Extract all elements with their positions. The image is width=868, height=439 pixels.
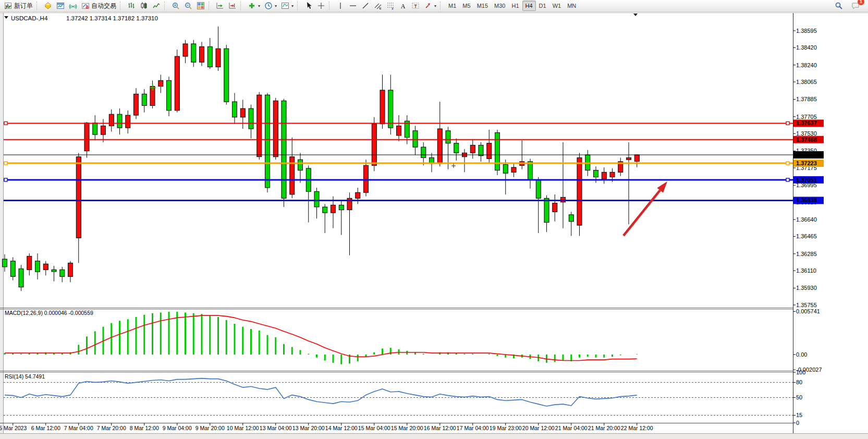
search-icon — [835, 2, 843, 10]
line-chart-icon — [152, 2, 161, 10]
chevron-down-icon: ▾ — [434, 4, 436, 8]
svg-text:1.37310: 1.37310 — [796, 152, 817, 158]
chevron-down-icon: ▾ — [275, 4, 277, 8]
price-label-1-37223: 1.37223 — [793, 160, 824, 167]
toolbar-separator — [329, 2, 333, 10]
timeframe-d1-button[interactable]: D1 — [536, 1, 549, 11]
chart-window-icon — [56, 2, 65, 10]
crosshair-button[interactable] — [315, 0, 327, 11]
bars-icon — [127, 2, 136, 10]
chart-shift-icon — [228, 2, 237, 10]
candle-chart-button[interactable] — [138, 0, 150, 11]
indicators-button[interactable]: ▾ — [246, 0, 262, 11]
svg-text:8 Mar 12:00: 8 Mar 12:00 — [130, 425, 159, 431]
svg-text:5 Mar 2023: 5 Mar 2023 — [0, 425, 27, 431]
signals-button[interactable] — [67, 0, 79, 11]
timeframe-m1-button[interactable]: M1 — [445, 1, 459, 11]
periods-button[interactable]: ▾ — [262, 0, 279, 11]
symbol-ohlc-values: 1.37242 1.37314 1.37182 1.37310 — [66, 15, 158, 21]
svg-text:1.36465: 1.36465 — [796, 233, 817, 239]
svg-text:9 Mar 20:00: 9 Mar 20:00 — [195, 425, 225, 431]
toolbar-button-label: 自动交易 — [91, 2, 116, 10]
svg-text:13 Mar 04:00: 13 Mar 04:00 — [260, 425, 292, 431]
auto-trading-button[interactable]: 自动交易 — [79, 0, 118, 11]
cursor-button[interactable] — [302, 0, 315, 11]
fibonacci-icon: F — [386, 2, 395, 10]
trendline-button[interactable] — [359, 0, 372, 11]
chart-window[interactable]: 1.385951.384201.382401.380651.378851.377… — [0, 0, 868, 439]
svg-text:1.36110: 1.36110 — [796, 267, 816, 274]
svg-text:1.37223: 1.37223 — [796, 160, 817, 166]
svg-text:T: T — [414, 4, 417, 9]
svg-text:100: 100 — [796, 369, 805, 375]
toolbar-separator — [120, 2, 124, 10]
chart-shift-button[interactable] — [226, 0, 239, 11]
text-icon: A — [399, 2, 407, 10]
rsi-indicator-label: RSI(14) 54.7491 — [5, 373, 45, 380]
candles-icon — [140, 2, 148, 10]
arrows-button[interactable]: ▾ — [422, 0, 438, 11]
tile-windows-icon — [197, 2, 205, 10]
market-watch-button[interactable] — [54, 0, 67, 11]
svg-text:1.37885: 1.37885 — [796, 96, 817, 102]
line-chart-button[interactable] — [150, 0, 163, 11]
svg-text:1.35930: 1.35930 — [796, 285, 817, 291]
timeframe-h4-button[interactable]: H4 — [522, 1, 536, 11]
timeframe-mn-button[interactable]: MN — [564, 1, 579, 11]
svg-text:80: 80 — [796, 379, 802, 385]
gold-button[interactable] — [42, 0, 54, 11]
svg-text:1.38595: 1.38595 — [796, 28, 817, 34]
timeframe-m30-button[interactable]: M30 — [491, 1, 508, 11]
main-toolbar: 新订单自动交易▾▾▾EFAT▾M1M5M15M30H1H4D1W1MN1 — [0, 0, 868, 12]
label-button[interactable]: T — [409, 0, 422, 11]
svg-text:1.37530: 1.37530 — [796, 130, 817, 137]
search-button[interactable] — [833, 0, 845, 11]
price-label-1-37051: 1.37051 — [793, 176, 824, 184]
toolbar-button-label: 新订单 — [14, 2, 33, 10]
timeframe-h1-button[interactable]: H1 — [508, 1, 522, 11]
timeframe-m15-button[interactable]: M15 — [474, 1, 491, 11]
svg-text:E: E — [380, 7, 382, 10]
clock-icon — [264, 2, 273, 10]
templates-button[interactable]: ▾ — [279, 0, 296, 11]
svg-text:9 Mar 04:00: 9 Mar 04:00 — [163, 425, 192, 431]
svg-text:19 Mar 23:00: 19 Mar 23:00 — [490, 425, 522, 431]
horizontal-line-button[interactable] — [347, 0, 359, 11]
new-order-button[interactable]: 新订单 — [2, 0, 35, 11]
auto-scroll-button[interactable] — [214, 0, 226, 11]
toolbar-separator — [297, 2, 301, 10]
toolbar-right-group: 1 — [833, 0, 866, 11]
zoom-out-icon — [184, 2, 192, 10]
timeframe-m5-button[interactable]: M5 — [459, 1, 473, 11]
hline-icon — [349, 2, 357, 10]
vertical-line-button[interactable] — [334, 0, 347, 11]
auto-scroll-icon — [216, 2, 224, 10]
price-label-1-36838: 1.36838 — [793, 197, 824, 204]
svg-text:1.37468: 1.37468 — [796, 137, 817, 143]
signal-icon — [69, 2, 77, 10]
channel-button[interactable]: E — [372, 0, 384, 11]
zoom-in-button[interactable] — [169, 0, 182, 11]
fibonacci-button[interactable]: F — [384, 0, 397, 11]
svg-text:1.36285: 1.36285 — [796, 251, 817, 257]
symbol-title: USDCAD-,H4 — [11, 15, 48, 21]
svg-text:0.00: 0.00 — [796, 351, 807, 358]
svg-text:22 Mar 12:00: 22 Mar 12:00 — [621, 425, 653, 431]
svg-text:1.37051: 1.37051 — [796, 177, 817, 183]
svg-text:0: 0 — [796, 420, 799, 426]
chat-button[interactable]: 1 — [849, 0, 862, 11]
gold-icon — [44, 2, 52, 10]
svg-text:50: 50 — [796, 394, 802, 400]
vline-icon — [336, 2, 345, 10]
svg-text:0.005741: 0.005741 — [796, 308, 820, 314]
bar-chart-button[interactable] — [125, 0, 138, 11]
mt4-terminal: { "toolbar": { "items": [ {"name":"new-o… — [0, 0, 868, 439]
label-icon: T — [411, 2, 420, 10]
svg-text:14 Mar 12:00: 14 Mar 12:00 — [325, 425, 358, 431]
svg-text:15: 15 — [796, 412, 802, 418]
svg-text:21 Mar 20:00: 21 Mar 20:00 — [588, 425, 620, 431]
tile-windows-button[interactable] — [194, 0, 207, 11]
timeframe-w1-button[interactable]: W1 — [549, 1, 565, 11]
zoom-out-button[interactable] — [182, 0, 194, 11]
text-button[interactable]: A — [397, 0, 409, 11]
